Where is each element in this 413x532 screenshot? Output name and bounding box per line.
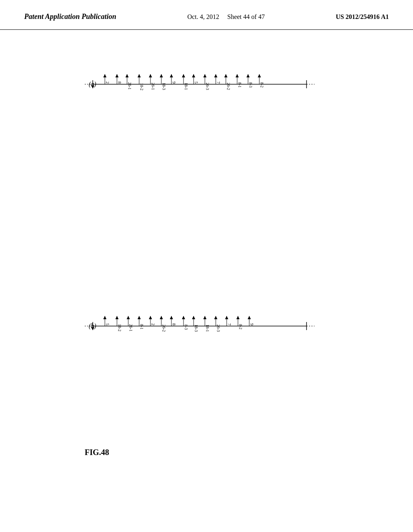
svg-text:5: 5 [194,81,199,84]
patent-number-text: US 2012/254916 A1 [336,13,389,20]
svg-text:26-1: 26-1 [129,324,133,331]
svg-text:2: 2 [105,81,110,84]
svg-text:18-3: 18-3 [194,324,198,332]
svg-text:9: 9 [172,81,177,84]
svg-text:8-2: 8-2 [238,324,243,329]
sheet-info: Sheet 44 of 47 [227,13,265,20]
svg-text:26-2: 26-2 [162,324,166,332]
svg-marker-23 [170,74,173,77]
svg-text:18-1: 18-1 [205,324,210,332]
svg-text:26-3: 26-3 [205,83,210,90]
svg-text:26-1: 26-1 [127,82,132,89]
svg-marker-8 [115,74,119,77]
svg-marker-38 [224,74,227,77]
svg-marker-91 [225,316,228,319]
svg-marker-47 [258,74,261,77]
svg-text:26-1: 26-1 [151,83,155,90]
svg-marker-32 [203,74,206,77]
svg-marker-58 [103,316,106,319]
svg-text:5: 5 [105,323,110,326]
page-header: Patent Application Publication Oct. 4, 2… [0,0,413,30]
svg-text:8-1: 8-1 [140,324,144,329]
svg-marker-97 [248,316,251,319]
svg-text:18-3: 18-3 [162,83,166,90]
svg-marker-20 [160,74,163,77]
svg-marker-11 [125,74,129,77]
svg-text:7: 7 [227,323,232,326]
svg-marker-82 [192,316,195,319]
svg-text:26-2: 26-2 [226,83,231,90]
svg-text:8: 8 [117,81,122,84]
svg-text:9: 9 [250,323,254,326]
svg-text:8-3: 8-3 [248,82,253,87]
svg-text:7: 7 [216,81,221,84]
svg-marker-41 [236,74,239,77]
svg-text:8-1: 8-1 [238,82,242,87]
technical-diagram: (a) 2 8 26-1 18-2 [81,62,323,526]
svg-marker-79 [182,316,185,319]
svg-marker-5 [103,74,106,77]
svg-marker-67 [138,316,141,319]
publication-date: Oct. 4, 2012 [187,13,219,20]
svg-marker-35 [214,74,217,77]
diagram-container: (a) 2 8 26-1 18-2 [81,62,323,505]
svg-marker-73 [160,316,163,319]
svg-marker-94 [236,316,240,319]
publication-title: Patent Application Publication [24,12,116,21]
publication-title-text: Patent Application Publication [24,12,116,21]
svg-text:8: 8 [172,323,177,326]
svg-marker-44 [246,74,250,77]
svg-marker-17 [149,74,152,77]
svg-marker-26 [182,74,185,77]
svg-marker-29 [192,74,195,77]
patent-number: US 2012/254916 A1 [336,13,389,21]
svg-marker-88 [214,316,217,319]
svg-text:2: 2 [151,323,156,326]
main-content: FIG.48 (a) 2 8 26-1 [0,30,413,522]
svg-marker-76 [170,316,173,319]
header-date-sheet: Oct. 4, 2012 Sheet 44 of 47 [187,13,265,21]
svg-text:8-3: 8-3 [184,324,188,330]
svg-marker-14 [138,74,141,77]
svg-text:8-2: 8-2 [260,82,264,87]
svg-text:18-1: 18-1 [184,83,188,90]
svg-marker-61 [115,316,119,319]
svg-text:26-3: 26-3 [216,324,221,332]
svg-marker-64 [127,316,130,319]
svg-text:18-2: 18-2 [117,324,122,331]
svg-text:18-2: 18-2 [140,83,144,90]
svg-marker-70 [149,316,152,319]
svg-marker-85 [203,316,206,319]
